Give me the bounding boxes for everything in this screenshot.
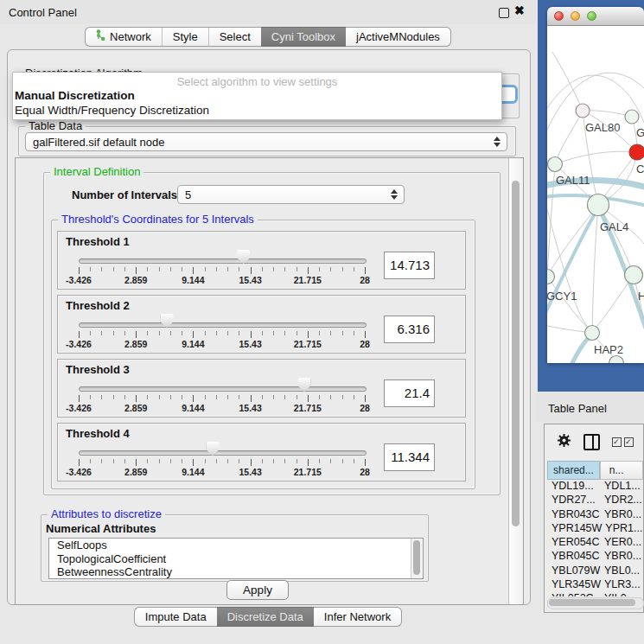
list-item[interactable]: SelfLoops — [49, 539, 423, 552]
network-canvas[interactable]: GAL80 GA C GAL11 GAL4 GCY1 H HAP2 — [547, 26, 644, 363]
table-panel-titlebar: Table Panel — [536, 393, 644, 422]
slider-scale-labels: -3.4262.8599.14415.4321.71528 — [79, 403, 365, 413]
node-gal4[interactable] — [588, 194, 609, 216]
network-window: GAL80 GA C GAL11 GAL4 GCY1 H HAP2 — [547, 7, 644, 363]
list-scrollbar[interactable] — [411, 539, 423, 578]
apply-button[interactable]: Apply — [226, 580, 289, 600]
table-row[interactable]: YBL079WYBL0... — [547, 564, 643, 578]
node-h-partial[interactable] — [625, 266, 643, 284]
checkbox-icon[interactable]: ✓ — [612, 437, 622, 447]
table-panel: ✓ ✓ shared... n... YDL19...YDL1... YDR27… — [544, 424, 644, 613]
table-row[interactable]: YDL19...YDL1... — [547, 480, 643, 494]
node-hap2[interactable] — [585, 326, 600, 341]
threshold-2-label: Threshold 2 — [66, 299, 130, 312]
table-row[interactable]: YBR043CYBR0... — [547, 508, 643, 522]
vertical-scrollbar-thumb[interactable] — [512, 181, 520, 526]
horizontal-scrollbar-thumb[interactable] — [549, 599, 635, 606]
minimize-window-button[interactable] — [571, 11, 580, 21]
threshold-4-value-field[interactable]: 11.344 — [384, 443, 435, 471]
table-data-group: Table Data galFiltered.sif default node — [18, 126, 516, 156]
tab-select[interactable]: Select — [209, 27, 261, 47]
tab-discretize-data[interactable]: Discretize Data — [217, 607, 314, 627]
attributes-group: Attributes to discretize Numerical Attri… — [41, 514, 429, 582]
threshold-2-slider[interactable]: -3.4262.8599.14415.4321.71528 — [79, 315, 365, 349]
list-item[interactable]: TopologicalCoefficient — [49, 552, 423, 566]
network-view-background: GAL80 GA C GAL11 GAL4 GCY1 H HAP2 — [538, 0, 644, 392]
stepper-arrows-icon — [494, 137, 501, 147]
interval-definition-group: Interval Definition Number of Intervals … — [43, 172, 501, 495]
threshold-2-box: Threshold 2 -3.4262.8599.14415.4321.7152… — [57, 295, 466, 354]
node-label-h: H — [638, 290, 644, 303]
close-window-button[interactable] — [554, 11, 564, 21]
columns-icon[interactable] — [583, 434, 600, 450]
interval-definition-group-label: Interval Definition — [50, 166, 143, 178]
gear-icon[interactable] — [557, 433, 571, 451]
node-label-gcy1: GCY1 — [547, 290, 577, 303]
tab-style-label: Style — [173, 30, 198, 43]
threshold-1-value-field[interactable]: 14.713 — [384, 252, 435, 279]
numerical-attributes-label: Numerical Attributes — [46, 522, 156, 535]
tab-network[interactable]: Network — [85, 27, 162, 47]
zoom-window-button[interactable] — [587, 11, 596, 21]
network-nodes — [547, 104, 644, 363]
slider-ticks — [79, 459, 365, 466]
node-partial-bottom[interactable] — [609, 356, 624, 364]
threshold-3-value-field[interactable]: 21.4 — [384, 379, 435, 407]
algorithm-option-equal-width[interactable]: Equal Width/Frequency Discretization — [13, 103, 501, 118]
number-of-intervals-label: Number of Intervals — [72, 188, 177, 201]
tab-discretize-data-label: Discretize Data — [227, 610, 303, 623]
close-panel-icon[interactable]: ✖ — [514, 3, 525, 17]
table-row[interactable]: YDR27...YDR2... — [547, 494, 643, 507]
network-window-titlebar — [547, 7, 644, 26]
vertical-scrollbar[interactable] — [508, 158, 523, 604]
panel-title: Control Panel — [9, 6, 77, 19]
table-data-value: galFiltered.sif default node — [33, 136, 164, 149]
thresholds-group-label: Threshold's Coordinates for 5 Intervals — [58, 214, 258, 226]
node-gcy1[interactable] — [547, 270, 555, 284]
network-icon — [96, 29, 105, 44]
node-label-c: C — [636, 163, 644, 175]
numerical-attributes-list[interactable]: SelfLoops TopologicalCoefficient Between… — [48, 538, 424, 579]
node-selected-red[interactable] — [629, 144, 644, 160]
slider-ticks — [79, 267, 365, 274]
threshold-4-label: Threshold 4 — [66, 427, 130, 440]
algorithm-placeholder: Select algorithm to view settings — [13, 73, 501, 88]
screen: Control Panel ✖ Network Style Select Cyn… — [0, 0, 644, 644]
float-panel-button[interactable] — [499, 8, 509, 18]
number-of-intervals-combobox[interactable]: 5 — [177, 185, 405, 204]
horizontal-scrollbar[interactable] — [547, 597, 644, 609]
node-table: shared... n... YDL19...YDL1... YDR27...Y… — [547, 461, 643, 596]
threshold-2-value-field[interactable]: 6.316 — [384, 316, 435, 343]
table-row[interactable]: YER054CYER0... — [547, 536, 643, 550]
node-label-hap2: HAP2 — [594, 343, 623, 356]
table-row[interactable]: YPR145WYPR1... — [547, 522, 643, 536]
tab-cyni-toolbox-label: Cyni Toolbox — [271, 30, 335, 43]
table-row[interactable]: YIL052CYIL0... — [547, 592, 643, 596]
tab-style[interactable]: Style — [163, 27, 208, 47]
column-header-name[interactable]: n... — [600, 461, 643, 480]
slider-scale-labels: -3.4262.8599.14415.4321.71528 — [79, 467, 365, 477]
list-scrollbar-thumb[interactable] — [413, 540, 420, 575]
thresholds-group: Threshold's Coordinates for 5 Intervals … — [51, 220, 475, 489]
node-gal80[interactable] — [576, 104, 590, 118]
tab-jactivemnodules-label: jActiveMNodules — [356, 30, 440, 43]
threshold-4-slider[interactable]: -3.4262.8599.14415.4321.71528 — [79, 443, 365, 477]
tab-infer-network[interactable]: Infer Network — [314, 607, 402, 627]
tab-cyni-toolbox[interactable]: Cyni Toolbox — [261, 27, 346, 47]
tab-impute-data[interactable]: Impute Data — [134, 607, 217, 627]
list-item[interactable]: BetweennessCentrality — [49, 565, 423, 579]
slider-track — [79, 450, 367, 456]
threshold-3-slider[interactable]: -3.4262.8599.14415.4321.71528 — [79, 379, 365, 413]
table-row[interactable]: YLR345WYLR3... — [547, 578, 643, 592]
node-gal11[interactable] — [548, 157, 563, 172]
table-row[interactable]: YBR045CYBR0... — [547, 550, 643, 564]
algorithm-option-manual[interactable]: Manual Discretization — [13, 88, 501, 103]
column-header-shared-name[interactable]: shared... — [547, 461, 600, 480]
node-ga-partial[interactable] — [625, 110, 639, 124]
threshold-4-box: Threshold 4 -3.4262.8599.14415.4321.7152… — [57, 423, 466, 481]
node-label-gal4: GAL4 — [600, 220, 628, 233]
table-data-combobox[interactable]: galFiltered.sif default node — [25, 132, 507, 151]
threshold-1-slider[interactable]: -3.4262.8599.14415.4321.71528 — [79, 251, 365, 285]
tab-jactivemnodules[interactable]: jActiveMNodules — [346, 27, 451, 47]
checkbox-icon[interactable]: ✓ — [624, 437, 634, 447]
